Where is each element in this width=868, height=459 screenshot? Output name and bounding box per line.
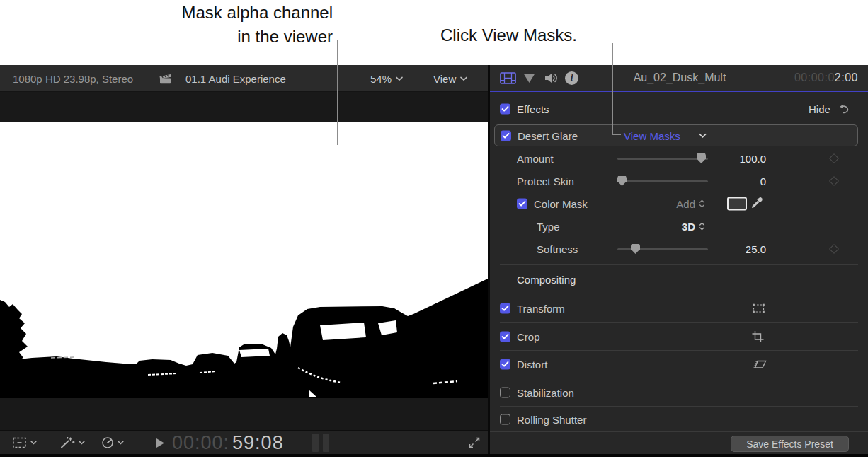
view-masks-button[interactable]: View Masks	[624, 129, 680, 141]
type-value: 3D	[682, 221, 695, 233]
viewer-timecode[interactable]: 00:00:59:08	[172, 431, 284, 455]
hide-effects-button[interactable]: Hide	[809, 103, 830, 115]
magic-wand-icon	[59, 436, 76, 449]
transform-onscreen-button[interactable]	[752, 303, 765, 313]
play-icon	[156, 438, 165, 448]
amount-slider[interactable]	[617, 153, 708, 163]
softness-value[interactable]: 25.0	[695, 243, 766, 255]
stabilization-row: Stabilization	[490, 378, 868, 406]
rolling-shutter-row: Rolling Shutter	[490, 407, 868, 431]
softness-slider[interactable]	[617, 244, 708, 254]
effects-checkbox[interactable]	[500, 104, 510, 115]
crop-icon	[752, 330, 764, 342]
film-strip-icon	[500, 72, 516, 84]
keyframe-diamond-icon[interactable]	[829, 244, 839, 254]
crop-label: Crop	[517, 330, 540, 342]
blend-mode-dropdown[interactable]: Add	[617, 198, 705, 210]
audio-meter-left	[312, 434, 319, 452]
chevron-down-icon	[396, 76, 403, 81]
color-mask-row: Color Mask Add	[490, 192, 868, 215]
eyedropper-icon	[750, 197, 765, 211]
play-button[interactable]	[156, 431, 165, 455]
expand-viewer-button[interactable]	[468, 431, 481, 455]
slider-thumb[interactable]	[631, 244, 640, 254]
chevron-down-icon	[460, 76, 467, 81]
distort-label: Distort	[517, 359, 547, 371]
audio-inspector-tab[interactable]	[544, 65, 559, 91]
viewer-topbar: 1080p HD 23.98p, Stereo 01.1 Audi Experi…	[0, 65, 488, 92]
keyframe-diamond-icon[interactable]	[829, 176, 839, 186]
color-mask-label: Color Mask	[534, 198, 588, 210]
crop-onscreen-button[interactable]	[752, 330, 764, 342]
up-down-chevrons-icon	[699, 200, 705, 208]
viewer-callout-line2: in the viewer	[106, 25, 333, 49]
viewer-callout-line	[337, 40, 338, 145]
up-down-chevrons-icon	[699, 223, 705, 231]
softness-row: Softness 25.0	[490, 238, 868, 260]
viewer-zoom-menu[interactable]: 54%	[370, 65, 403, 92]
crop-row: Crop	[490, 323, 868, 350]
chevron-down-icon	[30, 441, 37, 445]
amount-row: Amount 100.0	[490, 147, 868, 170]
color-mask-checkbox[interactable]	[517, 199, 527, 209]
audio-meter-right	[323, 434, 329, 452]
protect-skin-value[interactable]: 0	[695, 175, 766, 187]
transform-checkbox[interactable]	[500, 303, 510, 313]
transform-row: Transform	[490, 294, 868, 322]
protect-skin-slider[interactable]	[617, 176, 708, 186]
clip-duration-dim: 00:00:0	[794, 71, 835, 84]
masks-callout-line	[612, 43, 613, 135]
viewer-view-menu[interactable]: View	[433, 65, 467, 92]
masks-callout-text: Click View Masks.	[440, 23, 624, 47]
distort-row: Distort	[490, 351, 868, 378]
effects-tab[interactable]	[522, 65, 536, 91]
viewer-canvas-mask-alpha	[0, 122, 488, 398]
fcp-window: 1080p HD 23.98p, Stereo 01.1 Audi Experi…	[0, 65, 868, 457]
window-bottom-edge	[0, 454, 868, 457]
compositing-label: Compositing	[517, 274, 576, 286]
viewer-project-title: 01.1 Audi Experience	[185, 65, 286, 92]
viewer-format-info: 1080p HD 23.98p, Stereo	[13, 65, 133, 92]
effects-header-row: Effects Hide	[490, 96, 868, 122]
slider-track	[617, 180, 708, 182]
color-well[interactable]	[727, 197, 747, 211]
viewer-callout-line1: Mask alpha channel	[106, 1, 333, 25]
desert-glare-effect-row[interactable]: Desert Glare View Masks	[494, 124, 858, 146]
overlay-tools-menu[interactable]	[11, 431, 37, 455]
type-dropdown[interactable]: 3D	[617, 221, 705, 233]
desert-glare-checkbox[interactable]	[501, 130, 511, 141]
eyedropper-button[interactable]	[750, 197, 765, 211]
retime-menu[interactable]	[101, 431, 124, 455]
slider-thumb[interactable]	[617, 176, 627, 186]
speaker-icon	[544, 72, 559, 84]
distort-icon	[752, 359, 767, 370]
rolling-shutter-checkbox[interactable]	[500, 414, 510, 424]
amount-value[interactable]: 100.0	[695, 153, 766, 165]
viewer-view-label: View	[433, 73, 456, 85]
transform-label: Transform	[517, 302, 565, 314]
video-inspector-tab[interactable]	[500, 65, 516, 91]
speedometer-icon	[101, 436, 115, 449]
undo-arrow-icon	[838, 104, 850, 114]
video-inspector: i Au_02_Dusk_Mult 00:00:02:00 Effects Hi…	[490, 65, 868, 454]
viewer-bottombar: 00:00:59:08	[0, 430, 488, 454]
reset-effects-button[interactable]	[838, 104, 850, 114]
view-masks-chevron[interactable]	[699, 133, 707, 138]
dashed-rect-minus-icon	[11, 436, 28, 449]
crop-checkbox[interactable]	[500, 331, 510, 342]
enhancements-menu[interactable]	[59, 431, 85, 455]
triangle-down-icon	[522, 73, 536, 83]
viewer-zoom-value: 54%	[370, 73, 392, 85]
distort-checkbox[interactable]	[500, 359, 510, 370]
stabilization-checkbox[interactable]	[500, 387, 510, 397]
distort-onscreen-button[interactable]	[752, 359, 767, 370]
diagonal-arrows-icon	[468, 436, 481, 449]
effects-section-label: Effects	[517, 103, 549, 115]
compositing-row: Compositing	[490, 266, 868, 293]
save-effects-preset-button[interactable]: Save Effects Preset	[731, 436, 849, 452]
divider	[490, 431, 868, 432]
chevron-down-icon	[118, 441, 124, 445]
info-inspector-tab[interactable]: i	[565, 65, 578, 91]
keyframe-diamond-icon[interactable]	[829, 153, 839, 163]
info-icon: i	[565, 71, 578, 85]
